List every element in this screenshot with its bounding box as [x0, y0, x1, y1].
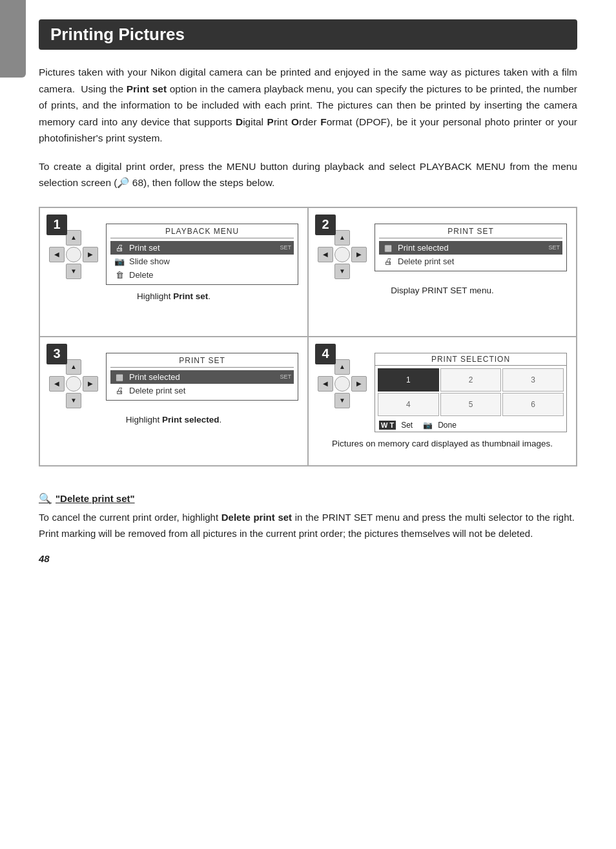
- dpad2-left[interactable]: ◀: [318, 247, 333, 262]
- print-selected-icon-3: ▦: [113, 372, 126, 382]
- dpad4-right[interactable]: ▶: [351, 376, 367, 392]
- print-set-menu-box-2: PRINT SET ▦ Print selected SET 🖨 Delete …: [375, 224, 567, 271]
- page-title: Printing Pictures: [39, 19, 577, 50]
- delete-icon: 🗑: [113, 270, 126, 280]
- print-selected-icon-2: ▦: [382, 243, 395, 253]
- dpad4-up[interactable]: ▲: [334, 359, 350, 375]
- step-1-number: 1: [46, 215, 67, 235]
- dpad4-left[interactable]: ◀: [318, 376, 333, 392]
- dpad3-tr: [83, 359, 98, 375]
- step-4-caption: Pictures on memory card displayed as thu…: [318, 439, 567, 448]
- dpad-3: ▲ ◀ ▶ ▼: [49, 359, 98, 408]
- steps-intro-text: To create a digital print order, press t…: [39, 158, 577, 191]
- print-set-menu-title-3: PRINT SET: [110, 356, 294, 368]
- done-icon: 📷: [423, 421, 433, 430]
- step-3-caption: Highlight Print selected.: [49, 415, 298, 424]
- title-text: Printing Pictures: [50, 25, 185, 44]
- note-header: 🔍 "Delete print set": [39, 492, 577, 505]
- dpad-up[interactable]: ▲: [66, 230, 81, 246]
- steps-grid: 1 ▲ ◀ ▶ ▼ PLAYBACK MENU: [39, 207, 577, 466]
- step-4-content: ▲ ◀ ▶ ▼ PRINT SELECTION 1 2 3: [318, 353, 567, 432]
- thumb-2: 2: [440, 368, 502, 392]
- playback-menu-title: PLAYBACK MENU: [110, 227, 294, 238]
- step-1-caption: Highlight Print set.: [49, 291, 298, 301]
- step-3-cell: 3 ▲ ◀ ▶ ▼ PRINT SET: [39, 337, 308, 466]
- wt-icon: W T: [379, 421, 396, 430]
- dpad2-up[interactable]: ▲: [334, 230, 350, 246]
- menu-item-delete-print-set-3: 🖨 Delete print set: [110, 384, 294, 397]
- thumbnail-grid: 1 2 3 4 5 6: [375, 366, 566, 419]
- dpad4-bl: [318, 393, 333, 408]
- note-text: To cancel the current print order, highl…: [39, 510, 577, 542]
- print-selection-footer: W T Set 📷 Done: [375, 419, 566, 432]
- menu-item-print-selected-3: ▦ Print selected SET: [110, 370, 294, 384]
- dpad3-left[interactable]: ◀: [49, 376, 65, 392]
- print-selection-title: PRINT SELECTION: [375, 353, 566, 366]
- step-4-number: 4: [315, 344, 336, 364]
- print-selection-grid: PRINT SELECTION 1 2 3 4 5 6 W T Set 📷 Do…: [375, 353, 567, 432]
- playback-menu-box: PLAYBACK MENU 🖨 Print set SET 📷 Slide sh…: [106, 224, 298, 285]
- menu-item-delete: 🗑 Delete: [110, 268, 294, 282]
- dpad4-down[interactable]: ▼: [334, 393, 350, 408]
- dpad-left[interactable]: ◀: [49, 247, 65, 262]
- dpad-4: ▲ ◀ ▶ ▼: [318, 359, 367, 408]
- step-3-number: 3: [46, 344, 67, 364]
- thumb-6: 6: [502, 393, 564, 416]
- step-2-content: ▲ ◀ ▶ ▼ PRINT SET ▦ Print selected SET: [318, 224, 567, 279]
- print-set-menu-title-2: PRINT SET: [379, 227, 562, 238]
- menu-item-print-selected-2: ▦ Print selected SET: [379, 241, 562, 255]
- step-4-cell: 4 ▲ ◀ ▶ ▼ PRINT SELECTION: [308, 337, 577, 466]
- dpad-right[interactable]: ▶: [83, 247, 98, 262]
- thumb-1: 1: [378, 368, 439, 392]
- menu-item-delete-print-set-2: 🖨 Delete print set: [379, 255, 562, 268]
- note-section: 🔍 "Delete print set" To cancel the curre…: [39, 492, 577, 542]
- step-1-cell: 1 ▲ ◀ ▶ ▼ PLAYBACK MENU: [39, 207, 308, 337]
- dpad4-br: [351, 393, 367, 408]
- dpad2-right[interactable]: ▶: [351, 247, 367, 262]
- dpad-1: ▲ ◀ ▶ ▼: [49, 230, 98, 279]
- step-2-cell: 2 ▲ ◀ ▶ ▼ PRINT SET: [308, 207, 577, 337]
- dpad-down[interactable]: ▼: [66, 264, 81, 279]
- note-icon: 🔍: [39, 492, 52, 505]
- delete-print-set-icon-2: 🖨: [382, 257, 395, 266]
- slide-show-icon: 📷: [113, 257, 126, 266]
- delete-print-set-icon-3: 🖨: [113, 386, 126, 395]
- dpad4-center[interactable]: [334, 376, 350, 392]
- dpad2-tr: [351, 230, 367, 246]
- dpad4-tr: [351, 359, 367, 375]
- intro-paragraph: Pictures taken with your Nikon digital c…: [39, 64, 577, 147]
- step-1-content: ▲ ◀ ▶ ▼ PLAYBACK MENU 🖨 Print set SET: [49, 224, 298, 285]
- thumb-5: 5: [440, 393, 502, 416]
- print-set-icon: 🖨: [113, 243, 126, 253]
- dpad-center[interactable]: [66, 247, 81, 262]
- dpad3-br: [83, 393, 98, 408]
- menu-item-print-set: 🖨 Print set SET: [110, 241, 294, 255]
- dpad3-bl: [49, 393, 65, 408]
- dpad2-center[interactable]: [334, 247, 350, 262]
- menu-item-slide-show: 📷 Slide show: [110, 255, 294, 268]
- print-set-menu-box-3: PRINT SET ▦ Print selected SET 🖨 Delete …: [106, 353, 298, 401]
- dpad-br: [83, 264, 98, 279]
- step-2-number: 2: [315, 215, 336, 235]
- dpad3-down[interactable]: ▼: [66, 393, 81, 408]
- done-label: Done: [438, 421, 457, 430]
- thumb-3: 3: [502, 368, 564, 392]
- dpad2-br: [351, 264, 367, 279]
- dpad3-center[interactable]: [66, 376, 81, 392]
- dpad-bl: [49, 264, 65, 279]
- dpad-2: ▲ ◀ ▶ ▼: [318, 230, 367, 279]
- set-label-ps: Set: [401, 421, 413, 430]
- step-3-content: ▲ ◀ ▶ ▼ PRINT SET ▦ Print selected SET: [49, 353, 298, 408]
- dpad3-right[interactable]: ▶: [83, 376, 98, 392]
- side-tab: [0, 0, 26, 78]
- dpad3-up[interactable]: ▲: [66, 359, 81, 375]
- dpad-tr: [83, 230, 98, 246]
- thumb-4: 4: [378, 393, 439, 416]
- dpad2-down[interactable]: ▼: [334, 264, 350, 279]
- page-number: 48: [39, 553, 577, 564]
- dpad2-bl: [318, 264, 333, 279]
- note-title: "Delete print set": [56, 493, 135, 504]
- step-2-caption: Display PRINT SET menu.: [318, 286, 567, 295]
